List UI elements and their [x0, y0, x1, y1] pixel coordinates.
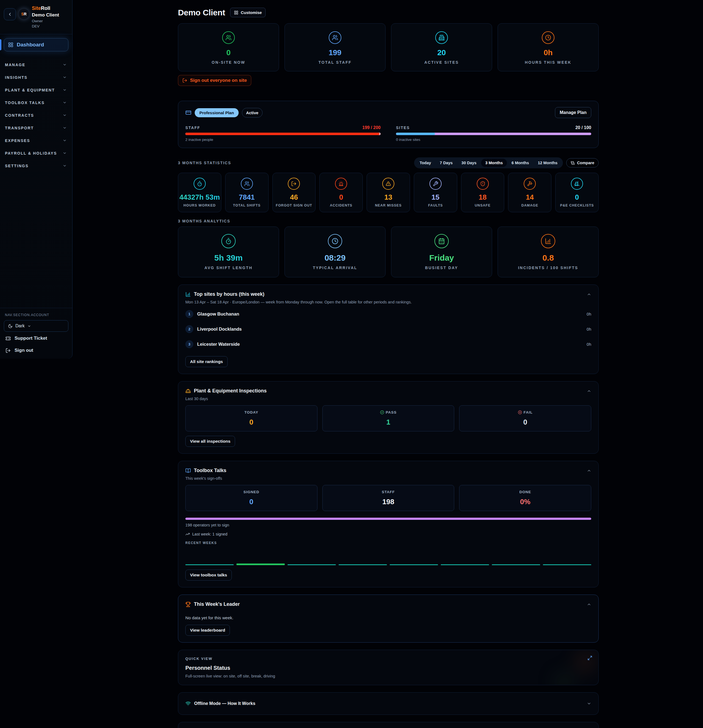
chevron-down-icon	[63, 139, 67, 143]
toolbox-progress-bar	[185, 518, 591, 520]
sign-out-label: Sign out	[14, 348, 33, 353]
site-name: Liverpool Docklands	[197, 326, 242, 332]
kpi-value: 20	[394, 48, 489, 57]
chevron-up-icon[interactable]	[587, 602, 591, 607]
sidebar-section-plant-equipment[interactable]: PLANT & EQUIPMENT	[0, 84, 72, 97]
site-row[interactable]: 3 Leicester Waterside 0h	[185, 337, 591, 352]
sidebar-section-toolbox-talks[interactable]: TOOLBOX TALKS	[0, 97, 72, 109]
stat-label: FAULTS	[415, 204, 456, 207]
chevron-down-icon[interactable]	[587, 701, 591, 706]
moon-icon	[8, 324, 13, 328]
hammer-icon	[524, 178, 536, 190]
range-3-months[interactable]: 3 Months	[481, 159, 507, 167]
analytics-value: 5h 39m	[181, 253, 276, 263]
stat-value: 44327h 53m	[179, 193, 220, 202]
analytics-label: TYPICAL ARRIVAL	[287, 266, 383, 270]
stat-value: 0	[321, 193, 361, 202]
sidebar-section-settings[interactable]: SETTINGS	[0, 160, 72, 172]
stat-unsafe: 18 UNSAFE	[461, 173, 504, 212]
support-ticket-label: Support Ticket	[14, 335, 47, 341]
range-12-months[interactable]: 12 Months	[534, 159, 562, 167]
wrench-icon	[430, 178, 442, 190]
kpi-row: 0 ON-SITE NOW 199 TOTAL STAFF 20 ACTIVE …	[178, 23, 599, 71]
sidebar-section-transport[interactable]: TRANSPORT	[0, 122, 72, 134]
week-bar	[339, 564, 387, 565]
sidebar-collapse-button[interactable]	[4, 8, 16, 20]
today-label: TODAY	[188, 410, 315, 415]
kpi-value: 0h	[501, 48, 596, 57]
kpi-active-sites: 20 ACTIVE SITES	[391, 23, 492, 71]
stat-forgot-sign-out: 46 FORGOT SIGN OUT	[273, 173, 316, 212]
manage-plan-button[interactable]: Manage Plan	[555, 107, 591, 118]
kpi-label: ON-SITE NOW	[181, 60, 276, 65]
week-bar	[237, 563, 285, 565]
sign-out-everyone-button[interactable]: Sign out everyone on site	[178, 75, 251, 86]
trophy-icon	[185, 602, 191, 607]
view-all-inspections-button[interactable]: View all inspections	[185, 436, 235, 447]
site-name: Leicester Waterside	[197, 342, 240, 347]
stat-hours-worked: 44327h 53m HOURS WORKED	[178, 173, 221, 212]
quick-view-panel[interactable]: QUICK VIEW Personnel Status Full-screen …	[178, 650, 599, 685]
chevron-up-icon[interactable]	[587, 292, 591, 296]
rank-badge: 3	[185, 340, 193, 348]
x-circle-icon	[518, 410, 522, 415]
stats-header: 3 MONTHS STATISTICS Today 7 Days 30 Days…	[178, 157, 599, 168]
week-bar	[492, 564, 540, 565]
top-sites-list: 1 Glasgow Buchanan 0h 2 Liverpool Dockla…	[185, 306, 591, 352]
site-row[interactable]: 2 Liverpool Docklands 0h	[185, 322, 591, 337]
sidebar-section-expenses[interactable]: EXPENSES	[0, 134, 72, 147]
customise-button[interactable]: Customise	[230, 8, 266, 17]
toolbox-talks-panel: Toolbox Talks This week's sign-offs SIGN…	[178, 461, 599, 587]
staff-value: 198	[325, 498, 452, 506]
chevron-down-icon	[63, 113, 67, 117]
theme-select[interactable]: Dark	[4, 320, 68, 332]
bar-chart-icon	[185, 292, 191, 297]
done-value: 0%	[462, 498, 588, 506]
done-label: DONE	[462, 490, 588, 494]
offline-mode-title: Offline Mode — How It Works	[194, 701, 256, 706]
plan-status-badge: Active	[242, 108, 263, 117]
kpi-on-site-now: 0 ON-SITE NOW	[178, 23, 279, 71]
stat-value: 0	[557, 193, 597, 202]
compare-button[interactable]: Compare	[566, 158, 599, 168]
stat-label: TOTAL SHIFTS	[227, 204, 267, 207]
sidebar-section-payroll-holidays[interactable]: PAYROLL & HOLIDAYS	[0, 147, 72, 160]
inspection-cells: TODAY 0 PASS 1 FAIL 0	[185, 405, 591, 432]
triangle-alert-icon	[382, 178, 394, 190]
analytics-value: 08:29	[287, 253, 383, 263]
range-7-days[interactable]: 7 Days	[436, 159, 457, 167]
section-label: PAYROLL & HOLIDAYS	[5, 151, 57, 155]
sidebar-section-contracts[interactable]: CONTRACTS	[0, 109, 72, 122]
sidebar-section-manage[interactable]: MANAGE	[0, 58, 72, 71]
stat-near-misses: 13 NEAR MISSES	[367, 173, 410, 212]
week-bar	[441, 564, 489, 565]
expand-icon[interactable]	[588, 656, 592, 660]
chevron-up-icon[interactable]	[587, 389, 591, 393]
toolbox-signed-cell: SIGNED 0	[185, 485, 318, 511]
stat-value: 18	[462, 193, 503, 202]
analytics-avg-shift-length: 5h 39m AVG SHIFT LENGTH	[178, 227, 279, 277]
range-6-months[interactable]: 6 Months	[508, 159, 533, 167]
range-today[interactable]: Today	[416, 159, 435, 167]
bar-chart-icon	[541, 234, 555, 248]
sign-out-link[interactable]: Sign out	[4, 342, 68, 354]
sign-out-icon	[6, 348, 11, 353]
view-leaderboard-button[interactable]: View leaderboard	[185, 625, 230, 636]
all-site-rankings-button[interactable]: All site rankings	[185, 356, 228, 367]
weekly-leader-panel: This Week's Leader No data yet for this …	[178, 595, 599, 643]
offline-mode-panel[interactable]: Offline Mode — How It Works	[178, 692, 599, 715]
staff-usage-note: 2 inactive people	[185, 137, 381, 142]
sidebar-section-insights[interactable]: INSIGHTS	[0, 71, 72, 84]
chevron-up-icon[interactable]	[587, 468, 591, 473]
range-30-days[interactable]: 30 Days	[457, 159, 481, 167]
site-row[interactable]: 1 Glasgow Buchanan 0h	[185, 306, 591, 322]
kpi-label: ACTIVE SITES	[394, 60, 489, 65]
plan-usage: STAFF 199 / 200 2 inactive people SITES …	[185, 125, 591, 142]
sidebar-item-dashboard[interactable]: Dashboard	[4, 38, 68, 51]
section-label: TOOLBOX TALKS	[5, 101, 45, 105]
analytics-label: BUSIEST DAY	[394, 266, 489, 270]
support-ticket-link[interactable]: Support Ticket	[4, 332, 68, 342]
plan-badge[interactable]: Professional Plan	[195, 108, 239, 117]
view-toolbox-talks-button[interactable]: View toolbox talks	[185, 569, 232, 581]
site-hours: 0h	[586, 327, 591, 331]
